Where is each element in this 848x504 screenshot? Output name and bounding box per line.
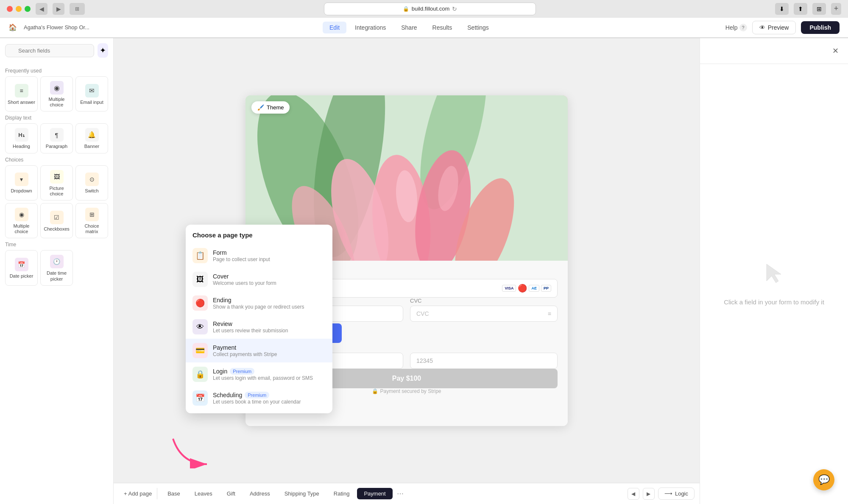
page-tab-dots[interactable]: ⋯: [393, 488, 407, 499]
choices-grid: ▾ Dropdown 🖼 Picture choice ⊙ Switch ◉ M…: [5, 165, 108, 239]
login-premium-badge: Premium: [230, 368, 254, 375]
eye-icon: 👁: [759, 24, 765, 31]
scheduling-menu-desc: Let users book a time on your calendar: [213, 399, 326, 405]
paragraph-icon: ¶: [50, 128, 64, 142]
forward-button[interactable]: ▶: [53, 3, 64, 15]
field-multiple-choice-2[interactable]: ◉ Multiple choice: [5, 203, 38, 238]
tab-edit[interactable]: Edit: [323, 22, 346, 33]
download-button[interactable]: ⬇: [775, 3, 789, 15]
field-picture-choice[interactable]: 🖼 Picture choice: [40, 165, 73, 200]
field-email-input[interactable]: ✉ Email input: [75, 76, 108, 111]
page-type-overlay: Choose a page type 📋 Form Page to collec…: [114, 38, 700, 483]
preview-button[interactable]: 👁 Preview: [752, 21, 796, 34]
home-icon[interactable]: 🏠: [8, 23, 17, 31]
new-tab-button[interactable]: +: [831, 3, 841, 15]
payment-menu-desc: Collect payments with Stripe: [213, 351, 326, 357]
tab-share[interactable]: Share: [394, 22, 424, 33]
display-text-grid: H₁ Heading ¶ Paragraph 🔔 Banner: [5, 123, 108, 153]
grid-button[interactable]: ⊞: [812, 3, 826, 15]
field-date-picker[interactable]: 📅 Date picker: [5, 250, 38, 285]
refresh-button[interactable]: ↻: [452, 6, 457, 12]
form-menu-icon: 📋: [192, 248, 208, 263]
payment-menu-icon: 💳: [192, 343, 208, 358]
frequently-used-label: Frequently used: [5, 68, 108, 74]
tab-results[interactable]: Results: [426, 22, 459, 33]
prev-page-button[interactable]: ◀: [628, 488, 639, 500]
help-button[interactable]: Help ?: [725, 24, 747, 31]
field-date-time-picker[interactable]: 🕐 Date time picker: [40, 250, 73, 285]
tab-settings[interactable]: Settings: [460, 22, 496, 33]
menu-item-ending[interactable]: 🔴 Ending Show a thank you page or redire…: [186, 291, 332, 315]
choices-label: Choices: [5, 157, 108, 163]
center-canvas: 🖌️ Theme Card number 1234 1234 1234 1234…: [114, 38, 700, 504]
tab-address[interactable]: Address: [243, 488, 277, 499]
menu-item-form[interactable]: 📋 Form Page to collect user input: [186, 244, 332, 267]
publish-button[interactable]: Publish: [801, 21, 840, 34]
add-page-button[interactable]: + Add page: [119, 488, 157, 499]
sidebar-toggle-button[interactable]: ⊞: [70, 3, 85, 15]
cover-menu-desc: Welcome users to your form: [213, 280, 326, 286]
switch-label: Switch: [85, 188, 98, 194]
logic-button[interactable]: ⟶ Logic: [658, 487, 695, 500]
ending-menu-title: Ending: [213, 297, 326, 304]
tab-rating[interactable]: Rating: [327, 488, 357, 499]
multiple-choice-label: Multiple choice: [42, 97, 71, 108]
scheduling-premium-badge: Premium: [245, 392, 269, 398]
ending-menu-icon: 🔴: [192, 295, 208, 311]
search-input[interactable]: [5, 44, 94, 57]
chat-button[interactable]: 💬: [813, 469, 834, 490]
minimize-traffic-light[interactable]: [16, 6, 22, 12]
dropdown-icon: ▾: [15, 173, 28, 186]
tab-gift[interactable]: Gift: [220, 488, 242, 499]
right-panel: ✕ Click a field in your form to modify i…: [700, 38, 848, 504]
time-label: Time: [5, 242, 108, 248]
right-panel-header: ✕: [700, 38, 848, 64]
next-page-button[interactable]: ▶: [643, 488, 655, 500]
main-layout: 🔍 ✦ Frequently used ≡ Short answer ◉ Mul…: [0, 38, 848, 504]
tab-shipping-type[interactable]: Shipping Type: [278, 488, 326, 499]
payment-menu-text: Payment Collect payments with Stripe: [213, 344, 326, 357]
field-paragraph[interactable]: ¶ Paragraph: [40, 123, 73, 153]
lock-icon: 🔒: [403, 6, 409, 12]
close-traffic-light[interactable]: [7, 6, 13, 12]
search-bar: 🔍 ✦: [0, 38, 113, 61]
form-menu-title: Form: [213, 249, 326, 256]
menu-item-payment[interactable]: 💳 Payment Collect payments with Stripe: [186, 339, 332, 362]
field-multiple-choice[interactable]: ◉ Multiple choice: [40, 76, 73, 111]
maximize-traffic-light[interactable]: [25, 6, 31, 12]
browser-chrome: ◀ ▶ ⊞ 🔒 build.fillout.com ↻ ⬇ ⬆ ⊞ + 🏠 Ag…: [0, 0, 848, 38]
back-button[interactable]: ◀: [36, 3, 47, 15]
app-toolbar: 🏠 Agatha's Flower Shop Or... Edit Integr…: [0, 18, 848, 38]
menu-item-login[interactable]: 🔒 Login Premium Let users login with ema…: [186, 362, 332, 386]
share-browser-button[interactable]: ⬆: [794, 3, 807, 15]
field-banner[interactable]: 🔔 Banner: [75, 123, 108, 153]
field-choice-matrix[interactable]: ⊞ Choice matrix: [75, 203, 108, 238]
url-text: build.fillout.com: [412, 6, 450, 12]
cover-menu-text: Cover Welcome users to your form: [213, 273, 326, 286]
tab-integrations[interactable]: Integrations: [348, 22, 393, 33]
banner-icon: 🔔: [85, 128, 99, 142]
page-tabs: Base Leaves Gift Address Shipping Type R…: [161, 488, 628, 499]
field-switch[interactable]: ⊙ Switch: [75, 165, 108, 200]
menu-item-review[interactable]: 👁 Review Let users review their submissi…: [186, 315, 332, 339]
close-button[interactable]: ✕: [829, 45, 841, 57]
sparkle-button[interactable]: ✦: [98, 43, 108, 58]
bottom-nav-buttons: ◀ ▶ ⟶ Logic: [628, 487, 695, 500]
checkboxes-icon: ☑: [50, 211, 64, 224]
tab-payment[interactable]: Payment: [357, 488, 392, 499]
scheduling-menu-title: Scheduling Premium: [213, 392, 326, 398]
tab-base[interactable]: Base: [161, 488, 187, 499]
help-icon: ?: [739, 24, 747, 31]
right-panel-empty: Click a field in your form to modify it: [700, 64, 848, 504]
field-dropdown[interactable]: ▾ Dropdown: [5, 165, 38, 200]
heading-icon: H₁: [15, 128, 28, 142]
field-heading[interactable]: H₁ Heading: [5, 123, 38, 153]
canvas-body: 🖌️ Theme Card number 1234 1234 1234 1234…: [114, 38, 700, 483]
menu-item-cover[interactable]: 🖼 Cover Welcome users to your form: [186, 267, 332, 291]
choice-matrix-label: Choice matrix: [78, 223, 106, 234]
field-short-answer[interactable]: ≡ Short answer: [5, 76, 38, 111]
tab-leaves[interactable]: Leaves: [188, 488, 219, 499]
picture-choice-icon: 🖼: [50, 170, 64, 184]
field-checkboxes[interactable]: ☑ Checkboxes: [40, 203, 73, 238]
menu-item-scheduling[interactable]: 📅 Scheduling Premium Let users book a ti…: [186, 386, 332, 410]
